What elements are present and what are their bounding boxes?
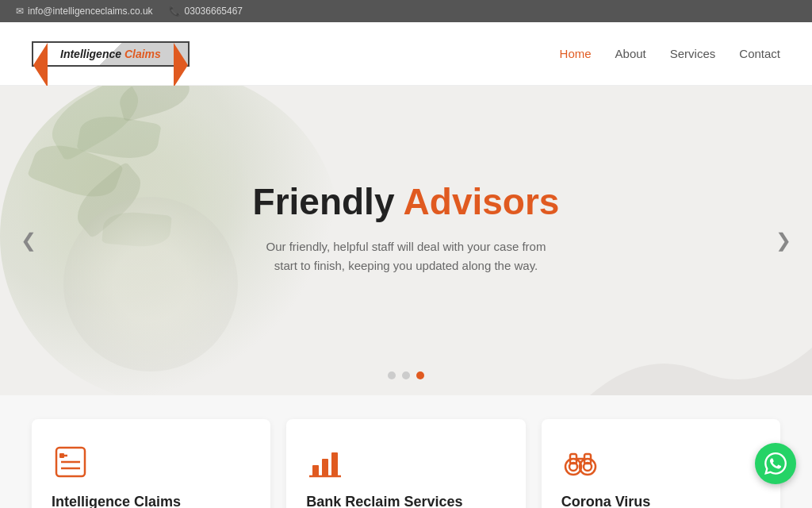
phone-icon: 📞 — [169, 6, 181, 17]
nav-services[interactable]: Services — [670, 44, 716, 64]
slider-next-button[interactable]: ❯ — [763, 221, 804, 260]
main-nav: Home About Services Contact — [560, 44, 780, 64]
card-intelligence-claims: Intelligence Claims We offer a professio… — [32, 419, 270, 508]
top-bar: ✉ info@intelligenceclaims.co.uk 📞 030366… — [0, 0, 812, 22]
hero-title: Friendly Advisors — [253, 182, 560, 222]
svg-rect-4 — [59, 453, 64, 458]
card3-title: Corona Virus — [561, 494, 760, 508]
whatsapp-fab[interactable] — [755, 443, 796, 484]
card2-title: Bank Reclaim Services — [306, 494, 505, 508]
logo[interactable]: Intelligence Claims — [32, 41, 190, 67]
email-icon: ✉ — [16, 6, 24, 17]
nav-about[interactable]: About — [615, 44, 646, 64]
svg-rect-6 — [322, 459, 328, 476]
hero-title-accent: Advisors — [404, 181, 560, 222]
hero-slider: Friendly Advisors Our friendly, helpful … — [0, 86, 812, 395]
binoculars-icon — [561, 443, 599, 481]
phone-contact: 📞 03036665467 — [169, 6, 243, 17]
hero-title-black: Friendly — [253, 181, 395, 222]
svg-rect-7 — [331, 452, 338, 476]
cards-section: Intelligence Claims We offer a professio… — [0, 395, 812, 508]
slider-dots — [388, 371, 424, 379]
list-icon — [52, 443, 90, 481]
hero-subtitle: Our friendly, helpful staff will deal wi… — [263, 237, 549, 275]
logo-text: Intelligence Claims — [44, 48, 177, 60]
slider-dot-1[interactable] — [388, 371, 396, 379]
slider-dot-2[interactable] — [402, 371, 410, 379]
nav-contact[interactable]: Contact — [739, 44, 780, 64]
wave-decoration — [590, 300, 812, 395]
slider-prev-button[interactable]: ❮ — [8, 221, 49, 260]
svg-rect-5 — [312, 465, 319, 476]
site-header: Intelligence Claims Home About Services … — [0, 22, 812, 86]
chart-icon — [306, 443, 344, 481]
slider-dot-3[interactable] — [416, 371, 424, 379]
nav-home[interactable]: Home — [560, 44, 592, 64]
card-corona-virus: Corona Virus You might be able to claim … — [542, 419, 780, 508]
hero-content: Friendly Advisors Our friendly, helpful … — [253, 182, 560, 300]
phone-number: 03036665467 — [185, 6, 243, 17]
email-address: info@intelligenceclaims.co.uk — [28, 6, 153, 17]
email-contact: ✉ info@intelligenceclaims.co.uk — [16, 6, 153, 17]
card-bank-reclaim: Bank Reclaim Services Anyone can write o… — [286, 419, 525, 508]
card1-title: Intelligence Claims — [52, 494, 251, 508]
